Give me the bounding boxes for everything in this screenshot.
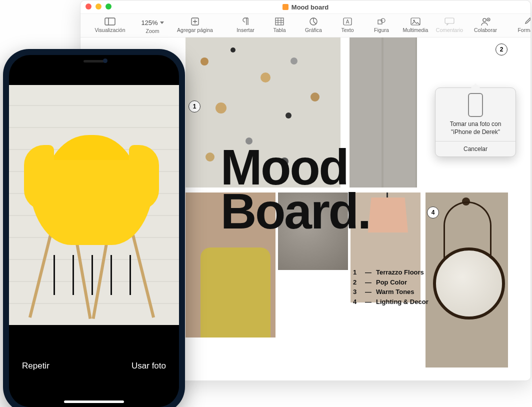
svg-text:A: A: [346, 19, 350, 24]
paintbrush-icon: [523, 16, 531, 27]
popover-cancel-button[interactable]: Cancelar: [436, 141, 516, 156]
iphone-notch: [56, 55, 132, 68]
legend-list[interactable]: 1—Terrazzo Floors 2—Pop Color 3—Warm Ton…: [353, 268, 428, 306]
popover-message: Tomar una foto con "iPhone de Derek": [436, 120, 516, 136]
comment-label: Comentario: [436, 27, 463, 33]
media-button[interactable]: Multimedia: [400, 16, 432, 33]
svg-point-18: [483, 18, 486, 22]
window-traffic-lights: [86, 4, 112, 10]
svg-rect-17: [445, 18, 454, 24]
shape-icon: [377, 16, 386, 27]
collaborate-label: Colaborar: [474, 27, 497, 33]
zoom-label: Zoom: [146, 28, 160, 34]
table-icon: [275, 16, 284, 27]
legend-row: 3—Warm Tones: [353, 287, 428, 297]
svg-point-14: [381, 18, 385, 22]
callout-1[interactable]: 1: [188, 100, 200, 112]
zoom-value: 125%: [138, 16, 166, 28]
chair-seat: [29, 160, 154, 245]
minimize-window-button[interactable]: [96, 4, 102, 10]
paragraph-icon: [242, 16, 249, 27]
iphone-screen: Repetir Usar foto: [9, 55, 179, 407]
document-icon: [282, 4, 288, 10]
callout-2[interactable]: 2: [496, 44, 508, 56]
callout-4[interactable]: 4: [427, 206, 439, 218]
iphone-device: Repetir Usar foto: [3, 49, 185, 407]
chart-label: Gráfica: [305, 27, 322, 33]
document-heading[interactable]: Mood Board.: [220, 145, 370, 233]
comment-button[interactable]: Comentario: [434, 16, 466, 33]
front-camera-icon: [103, 58, 108, 63]
speaker-icon: [84, 60, 104, 62]
retake-button[interactable]: Repetir: [22, 361, 50, 371]
chart-button[interactable]: Gráfica: [298, 16, 330, 33]
window-title: Mood board: [292, 4, 328, 11]
pie-chart-icon: [309, 16, 318, 27]
textbox-icon: A: [343, 16, 352, 27]
legend-row: 1—Terrazzo Floors: [353, 268, 428, 278]
add-page-button[interactable]: Agregar página: [170, 16, 220, 33]
table-label: Tabla: [273, 27, 286, 33]
person-plus-icon: [480, 16, 491, 27]
svg-rect-0: [105, 18, 115, 25]
plus-page-icon: [190, 16, 200, 27]
camera-action-bar: Repetir Usar foto: [9, 336, 179, 407]
heading-line2: Board.: [220, 183, 370, 239]
image-icon: [410, 16, 420, 27]
sidebar-icon: [104, 16, 116, 27]
close-window-button[interactable]: [86, 4, 92, 10]
svg-point-16: [413, 20, 414, 21]
text-label: Texto: [341, 27, 354, 33]
format-button[interactable]: Formato: [512, 16, 531, 33]
comment-icon: [444, 16, 454, 27]
use-photo-button[interactable]: Usar foto: [132, 361, 166, 371]
captured-photo-preview[interactable]: [9, 85, 179, 325]
svg-rect-5: [276, 18, 284, 25]
media-label: Multimedia: [403, 27, 428, 33]
legend-row: 2—Pop Color: [353, 278, 428, 288]
toolbar: Visualización 125% Zoom Agregar página I…: [80, 14, 530, 38]
view-label: Visualización: [94, 27, 125, 33]
phone-outline-icon: [468, 93, 483, 117]
text-button[interactable]: A Texto: [332, 16, 364, 33]
add-page-label: Agregar página: [177, 27, 213, 33]
chair-wires: [44, 255, 139, 295]
legend-row: 4—Lighting & Decor: [353, 297, 428, 307]
zoom-dropdown[interactable]: 125% Zoom: [136, 16, 168, 34]
insert-button[interactable]: Insertar: [230, 16, 262, 33]
table-button[interactable]: Tabla: [264, 16, 296, 33]
format-label: Formato: [518, 27, 531, 33]
home-indicator[interactable]: [64, 400, 124, 403]
view-button[interactable]: Visualización: [86, 16, 134, 33]
insert-label: Insertar: [236, 27, 254, 33]
shape-label: Figura: [374, 27, 389, 33]
mirror-image[interactable]: [426, 192, 508, 368]
collaborate-button[interactable]: Colaborar: [470, 16, 502, 33]
shape-button[interactable]: Figura: [366, 16, 398, 33]
zoom-window-button[interactable]: [106, 4, 112, 10]
window-titlebar[interactable]: Mood board: [80, 0, 530, 14]
continuity-camera-popover: Tomar una foto con "iPhone de Derek" Can…: [435, 88, 516, 157]
